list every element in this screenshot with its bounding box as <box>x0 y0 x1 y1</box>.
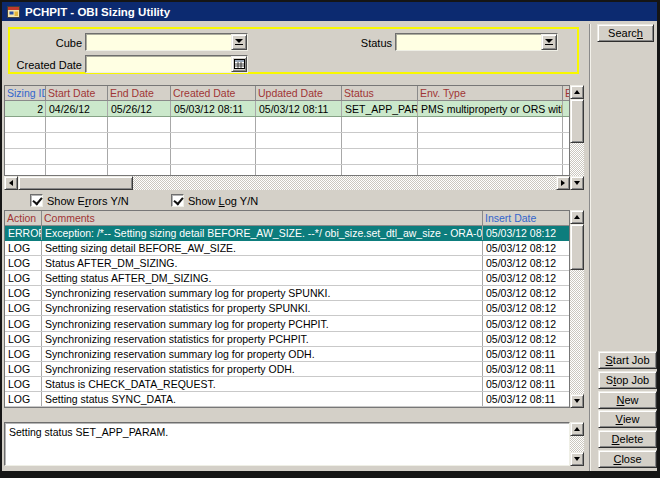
check-icon <box>32 195 42 206</box>
cell-action: LOG <box>5 286 42 300</box>
cell-insert-date: 05/03/12 08:12 <box>483 271 569 285</box>
jobs-grid-hscrollbar[interactable] <box>4 176 570 190</box>
cell-action: LOG <box>5 347 42 361</box>
log-grid-row[interactable]: LOG Setting sizing detail BEFORE_AW_SIZE… <box>5 241 569 256</box>
cell-action: LOG <box>5 316 42 330</box>
cube-dropdown-button[interactable] <box>231 34 247 50</box>
label-mnemonic: h <box>637 27 643 39</box>
app-icon <box>7 5 21 19</box>
jobs-grid-body: 2 04/26/12 05/26/12 05/03/12 08:11 05/03… <box>5 101 569 176</box>
scroll-up-button[interactable] <box>570 210 584 224</box>
detail-text: Setting status SET_APP_PARAM. <box>9 426 168 438</box>
log-grid-row[interactable]: LOG Synchronizing reservation summary lo… <box>5 347 569 362</box>
log-grid-row[interactable]: LOG Status AFTER_DM_SIZING. 05/03/12 08:… <box>5 256 569 271</box>
log-grid-row[interactable]: LOG Setting status AFTER_DM_SIZING. 05/0… <box>5 271 569 286</box>
log-grid-vscrollbar[interactable] <box>570 210 584 408</box>
label-mnemonic: N <box>616 394 624 406</box>
cell-action: LOG <box>5 271 42 285</box>
scroll-left-button[interactable] <box>4 176 18 190</box>
search-button[interactable]: Search <box>597 24 654 42</box>
cell-comments: Status is CHECK_DATA_REQUEST. <box>42 377 483 391</box>
cell-env-type <box>418 133 563 148</box>
scroll-down-button[interactable] <box>570 452 584 466</box>
scroll-up-button[interactable] <box>570 85 584 99</box>
scroll-track[interactable] <box>570 99 584 176</box>
scroll-thumb[interactable] <box>18 176 133 190</box>
scroll-right-button[interactable] <box>556 176 570 190</box>
detail-vscrollbar[interactable] <box>570 422 584 466</box>
detail-textarea[interactable]: Setting status SET_APP_PARAM. <box>4 422 570 466</box>
arrow-down-icon <box>574 181 580 185</box>
delete-button[interactable]: Delete <box>598 430 657 448</box>
cell-comments: Setting status SYNC_DATA. <box>42 392 483 406</box>
cell-insert-date: 05/03/12 08:11 <box>483 377 569 391</box>
show-log-checkbox[interactable] <box>171 194 184 207</box>
start-job-button[interactable]: Start Job <box>598 351 657 369</box>
log-grid-row[interactable]: LOG Synchronizing reservation summary lo… <box>5 286 569 301</box>
close-button[interactable]: Close <box>598 450 657 468</box>
scroll-thumb[interactable] <box>570 224 584 270</box>
jobs-grid-row <box>5 165 569 176</box>
jobs-grid-row[interactable]: 2 04/26/12 05/26/12 05/03/12 08:11 05/03… <box>5 101 569 117</box>
col-status: Status <box>342 86 418 101</box>
status-dropdown-button[interactable] <box>541 34 557 50</box>
cell-status <box>342 117 418 132</box>
cell-extra <box>563 117 569 132</box>
label-part: elete <box>620 433 644 445</box>
scroll-up-button[interactable] <box>570 422 584 436</box>
cell-action: LOG <box>5 241 42 255</box>
cell-comments: Synchronizing reservation summary log fo… <box>42 316 483 330</box>
created-date-label: Created Date <box>14 59 82 71</box>
cell-insert-date: 05/03/12 08:12 <box>483 241 569 255</box>
label-part: iew <box>623 413 640 425</box>
show-errors-checkbox[interactable] <box>30 194 43 207</box>
scroll-down-button[interactable] <box>570 176 584 190</box>
log-grid-row[interactable]: LOG Synchronizing reservation summary lo… <box>5 316 569 331</box>
scroll-thumb[interactable] <box>570 99 584 143</box>
log-grid-row[interactable]: LOG Status is CHECK_DATA_REQUEST. 05/03/… <box>5 377 569 392</box>
cell-end-date <box>108 149 171 164</box>
cell-insert-date: 05/03/12 08:12 <box>483 301 569 315</box>
cell-updated-date <box>256 133 342 148</box>
log-grid-row[interactable]: LOG Synchronizing reservation statistics… <box>5 332 569 347</box>
new-button[interactable]: New <box>598 391 657 409</box>
jobs-grid-header: Sizing ID Start Date End Date Created Da… <box>5 86 569 101</box>
cell-insert-date: 05/03/12 08:11 <box>483 392 569 406</box>
scroll-track[interactable] <box>18 176 556 190</box>
calendar-icon <box>234 59 245 69</box>
cell-start-date <box>46 165 108 176</box>
cell-comments: Setting sizing detail BEFORE_AW_SIZE. <box>42 241 483 255</box>
title-bar: PCHPIT - OBI Sizing Utility <box>2 2 657 21</box>
arrow-right-icon <box>561 180 565 186</box>
jobs-grid-vscrollbar[interactable] <box>570 85 584 190</box>
panel-divider <box>589 24 591 471</box>
cell-insert-date: 05/03/12 08:11 <box>483 347 569 361</box>
cell-action: LOG <box>5 362 42 376</box>
scroll-track[interactable] <box>570 224 584 394</box>
view-button[interactable]: View <box>598 410 657 428</box>
scroll-track[interactable] <box>570 436 584 452</box>
scroll-down-button[interactable] <box>570 394 584 408</box>
cell-end-date: 05/26/12 <box>108 101 171 116</box>
cube-combobox[interactable] <box>85 33 248 51</box>
log-grid-row[interactable]: LOG Synchronizing reservation statistics… <box>5 362 569 377</box>
log-grid-body: ERROR Exception: /*-- Setting sizing det… <box>5 226 569 407</box>
calendar-button[interactable] <box>231 56 247 72</box>
dropdown-arrow-icon <box>545 39 553 45</box>
label-part: og Y/N <box>225 195 258 207</box>
log-grid-row[interactable]: LOG Synchronizing reservation statistics… <box>5 301 569 316</box>
cell-sizing-id <box>5 149 46 164</box>
stop-job-button[interactable]: Stop Job <box>598 371 657 389</box>
cell-comments: Status AFTER_DM_SIZING. <box>42 256 483 270</box>
cell-sizing-id: 2 <box>5 101 46 116</box>
status-combobox[interactable] <box>395 33 558 51</box>
log-grid-row[interactable]: LOG Setting status SYNC_DATA. 05/03/12 0… <box>5 392 569 407</box>
label-mnemonic: D <box>612 433 620 445</box>
log-grid-row[interactable]: ERROR Exception: /*-- Setting sizing det… <box>5 226 569 241</box>
arrow-down-icon <box>574 457 580 461</box>
created-date-field[interactable] <box>85 55 248 73</box>
show-errors-label: Show Errors Y/N <box>47 195 129 207</box>
cell-start-date <box>46 133 108 148</box>
cell-comments: Synchronizing reservation statistics for… <box>42 362 483 376</box>
cell-status <box>342 165 418 176</box>
